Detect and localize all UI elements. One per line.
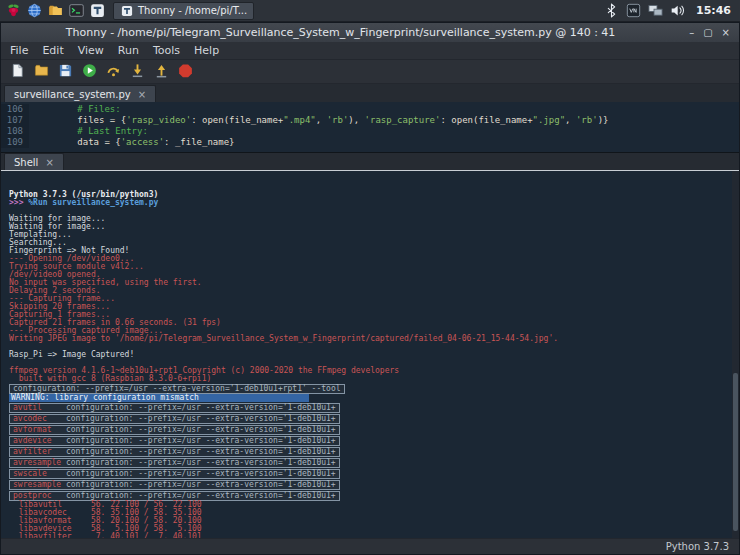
shell-line: Waiting for image...	[9, 215, 739, 223]
squeezed-output-box[interactable]: avutilconfiguration: --prefix=/usr --ext…	[9, 402, 739, 413]
vnc-icon[interactable]	[625, 2, 643, 20]
window-title: Thonny - /home/pi/Telegram_Surveillance_…	[1, 26, 680, 39]
box-text: configuration: --prefix=/usr --extra-ver…	[66, 448, 336, 456]
code-line-text: files = {'rasp_video': open(file_name+".…	[29, 115, 608, 126]
raspberry-menu-icon[interactable]	[4, 2, 22, 20]
editor-line: 106 # Files:	[1, 104, 739, 115]
box-library-label: avcodec	[13, 415, 66, 423]
bluetooth-icon[interactable]	[603, 2, 621, 20]
taskbar-window-button[interactable]: Thonny - /home/pi/T...	[113, 2, 254, 20]
menu-file[interactable]: File	[3, 43, 35, 58]
editor-line: 109 data = {'access': _file_name}	[1, 137, 739, 148]
close-button[interactable]: ×	[722, 23, 730, 42]
tab-shell[interactable]: Shell ×	[4, 153, 64, 170]
step-over-button[interactable]	[104, 63, 122, 81]
menu-edit[interactable]: Edit	[35, 43, 70, 58]
squeezed-output-box[interactable]: avresampleconfiguration: --prefix=/usr -…	[9, 457, 739, 468]
statusbar: Python 3.7.3	[1, 538, 739, 554]
tab-surveillance-system[interactable]: surveillance_system.py ×	[4, 85, 156, 102]
shell-tab-close-icon[interactable]: ×	[45, 157, 53, 168]
menu-run[interactable]: Run	[111, 43, 146, 58]
box-text: configuration: --prefix=/usr --extra-ver…	[13, 385, 341, 393]
window-controls: – ▢ ×	[680, 23, 739, 42]
menu-tools[interactable]: Tools	[146, 43, 187, 58]
shell-line: built with gcc 8 (Raspbian 8.3.0-6+rpi1)	[9, 375, 739, 383]
shell-scrollbar[interactable]	[732, 171, 739, 538]
menu-help[interactable]: Help	[187, 43, 226, 58]
squeezed-output-box[interactable]: swscaleconfiguration: --prefix=/usr --ex…	[9, 468, 739, 479]
step-over-icon	[106, 63, 121, 81]
squeezed-output-box[interactable]: avformatconfiguration: --prefix=/usr --e…	[9, 424, 739, 435]
toolbar	[1, 60, 739, 84]
shell-line: Skipping 20 frames...	[9, 303, 739, 311]
shell-output[interactable]: Python 3.7.3 (/usr/bin/python3)>>> %Run …	[1, 170, 739, 538]
taskbar-window-label: Thonny - /home/pi/T...	[138, 5, 247, 16]
save-file-button[interactable]	[56, 63, 74, 81]
squeezed-output-box[interactable]: avcodecconfiguration: --prefix=/usr --ex…	[9, 413, 739, 424]
clock[interactable]: 15:46	[691, 4, 736, 17]
menu-view[interactable]: View	[71, 43, 111, 58]
thonny-window-icon	[120, 4, 134, 18]
box-text: configuration: --prefix=/usr --extra-ver…	[66, 492, 336, 500]
step-out-button[interactable]	[152, 63, 170, 81]
open-file-button[interactable]	[32, 63, 50, 81]
shell-line: --- Capturing frame...	[9, 295, 739, 303]
terminal-icon[interactable]	[67, 2, 85, 20]
box-text: configuration: --prefix=/usr --extra-ver…	[66, 481, 336, 489]
volume-icon[interactable]	[669, 2, 687, 20]
code-line-text: # Files:	[29, 104, 121, 115]
thonny-icon[interactable]	[88, 2, 106, 20]
shell-line: Templating...	[9, 231, 739, 239]
box-library-label: avresample	[13, 459, 66, 467]
box-text: configuration: --prefix=/usr --extra-ver…	[66, 404, 336, 412]
line-number: 108	[1, 126, 29, 137]
taskbar: Thonny - /home/pi/T... 15:46	[0, 0, 740, 22]
shell-line: >>> %Run surveillance_system.py	[9, 199, 739, 207]
new-file-button[interactable]	[8, 63, 26, 81]
step-into-button[interactable]	[128, 63, 146, 81]
box-library-label: avfilter	[13, 448, 66, 456]
run-script-icon	[82, 63, 97, 81]
box-library-label: avdevice	[13, 437, 66, 445]
line-number: 106	[1, 104, 29, 115]
taskbar-status-icons	[603, 2, 687, 20]
stop-restart-button[interactable]	[176, 63, 194, 81]
box-library-label: avformat	[13, 426, 66, 434]
tab-close-icon[interactable]: ×	[138, 89, 146, 100]
squeezed-output-box[interactable]: avfilterconfiguration: --prefix=/usr --e…	[9, 446, 739, 457]
titlebar[interactable]: Thonny - /home/pi/Telegram_Surveillance_…	[1, 23, 739, 42]
network-icon[interactable]	[647, 2, 665, 20]
minimize-button[interactable]: –	[689, 23, 694, 42]
editor-line: 108 # Last Entry:	[1, 126, 739, 137]
new-file-icon	[10, 63, 25, 81]
step-out-icon	[154, 63, 169, 81]
squeezed-output-box[interactable]: swresampleconfiguration: --prefix=/usr -…	[9, 479, 739, 490]
box-library-label: swscale	[13, 470, 66, 478]
file-manager-icon[interactable]	[46, 2, 64, 20]
shell-tabbar: Shell ×	[1, 152, 739, 170]
box-text: configuration: --prefix=/usr --extra-ver…	[66, 437, 336, 445]
squeezed-output-box[interactable]: avdeviceconfiguration: --prefix=/usr --e…	[9, 435, 739, 446]
web-browser-icon[interactable]	[25, 2, 43, 20]
shell-lines: Python 3.7.3 (/usr/bin/python3)>>> %Run …	[9, 191, 739, 538]
box-text: configuration: --prefix=/usr --extra-ver…	[66, 459, 336, 467]
shell-line: WARNING: library configuration mismatch	[9, 394, 739, 402]
shell-line: Waiting for image...	[9, 223, 739, 231]
line-number: 107	[1, 115, 29, 126]
box-library-label: swresample	[13, 481, 66, 489]
shell-tab-label: Shell	[14, 157, 38, 168]
maximize-button[interactable]: ▢	[703, 23, 712, 42]
open-file-icon	[34, 63, 49, 81]
box-text: configuration: --prefix=/usr --extra-ver…	[66, 415, 336, 423]
editor-lines: 106 # Files:107 files = {'rasp_video': o…	[1, 104, 739, 148]
shell-line	[9, 207, 739, 215]
python-version-selector[interactable]: Python 3.7.3	[666, 541, 729, 552]
shell-scrollbar-thumb[interactable]	[733, 373, 738, 531]
shell-line: Writing JPEG image to '/home/pi/Telegram…	[9, 335, 739, 343]
save-file-icon	[58, 63, 73, 81]
shell-line: Trying source module v4l2...	[9, 263, 739, 271]
shell-line: libavfilter 7. 40.101 / 7. 40.101	[9, 533, 739, 538]
code-editor[interactable]: 106 # Files:107 files = {'rasp_video': o…	[1, 102, 739, 152]
shell-line: Rasp_Pi => Image Captured!	[9, 351, 739, 359]
run-script-button[interactable]	[80, 63, 98, 81]
